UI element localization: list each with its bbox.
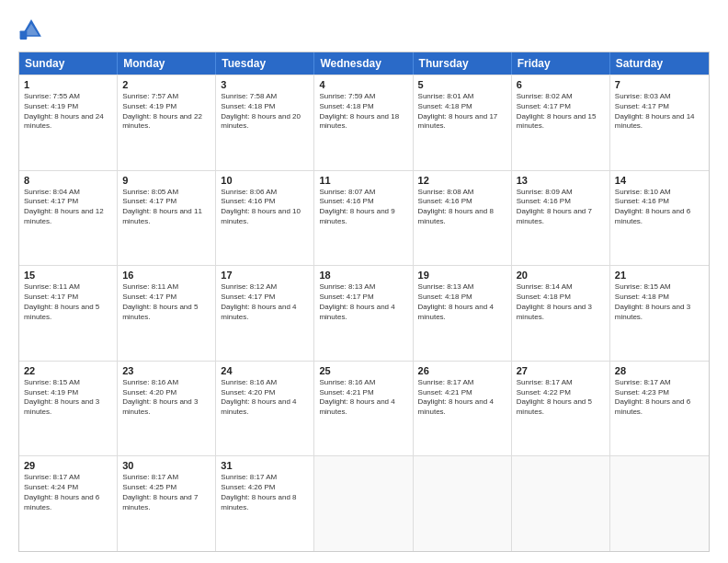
sunrise-label: Sunrise: 8:11 AM [122, 282, 178, 291]
day-number: 27 [517, 365, 605, 376]
sunset-label: Sunset: 4:22 PM [517, 388, 571, 396]
daylight-label: Daylight: 8 hours and 4 minutes. [319, 397, 394, 416]
cell-info: Sunrise: 8:17 AM Sunset: 4:22 PM Dayligh… [517, 378, 605, 418]
day-number: 3 [221, 79, 309, 90]
day-cell-9: 9 Sunrise: 8:05 AM Sunset: 4:17 PM Dayli… [118, 171, 216, 266]
calendar-header: SundayMondayTuesdayWednesdayThursdayFrid… [19, 52, 709, 75]
cell-info: Sunrise: 8:17 AM Sunset: 4:24 PM Dayligh… [24, 473, 112, 512]
day-number: 13 [517, 175, 605, 186]
day-number: 7 [615, 79, 704, 90]
day-cell-11: 11 Sunrise: 8:07 AM Sunset: 4:16 PM Dayl… [314, 171, 413, 266]
sunrise-label: Sunrise: 8:07 AM [319, 188, 375, 196]
daylight-label: Daylight: 8 hours and 8 minutes. [418, 207, 494, 225]
sunset-label: Sunset: 4:19 PM [24, 102, 78, 110]
day-number: 21 [615, 270, 704, 281]
day-number: 15 [24, 270, 112, 281]
day-number: 22 [24, 365, 112, 376]
sunrise-label: Sunrise: 7:55 AM [24, 92, 80, 100]
cell-info: Sunrise: 8:02 AM Sunset: 4:17 PM Dayligh… [517, 92, 605, 132]
day-number: 28 [615, 365, 704, 376]
daylight-label: Daylight: 8 hours and 12 minutes. [24, 207, 104, 225]
day-cell-19: 19 Sunrise: 8:13 AM Sunset: 4:18 PM Dayl… [414, 266, 512, 361]
sunset-label: Sunset: 4:23 PM [615, 388, 669, 396]
daylight-label: Daylight: 8 hours and 9 minutes. [319, 207, 394, 225]
empty-cell [610, 456, 709, 551]
day-cell-25: 25 Sunrise: 8:16 AM Sunset: 4:21 PM Dayl… [314, 362, 413, 456]
cell-info: Sunrise: 8:09 AM Sunset: 4:16 PM Dayligh… [517, 188, 605, 227]
day-cell-30: 30 Sunrise: 8:17 AM Sunset: 4:25 PM Dayl… [118, 456, 216, 551]
day-number: 1 [24, 79, 112, 90]
day-of-week-sunday: Sunday [19, 52, 118, 75]
cell-info: Sunrise: 8:06 AM Sunset: 4:16 PM Dayligh… [221, 188, 309, 227]
day-number: 8 [24, 175, 112, 186]
sunrise-label: Sunrise: 8:12 AM [221, 282, 277, 291]
logo-icon [18, 17, 44, 42]
cell-info: Sunrise: 7:55 AM Sunset: 4:19 PM Dayligh… [24, 92, 112, 132]
header [18, 17, 710, 42]
sunset-label: Sunset: 4:17 PM [221, 293, 275, 301]
sunset-label: Sunset: 4:18 PM [418, 102, 472, 110]
daylight-label: Daylight: 8 hours and 7 minutes. [122, 493, 198, 511]
sunset-label: Sunset: 4:18 PM [319, 102, 373, 110]
day-cell-16: 16 Sunrise: 8:11 AM Sunset: 4:17 PM Dayl… [118, 266, 216, 361]
daylight-label: Daylight: 8 hours and 7 minutes. [517, 207, 592, 225]
sunset-label: Sunset: 4:26 PM [221, 483, 275, 491]
cell-info: Sunrise: 7:58 AM Sunset: 4:18 PM Dayligh… [221, 92, 309, 132]
day-number: 5 [418, 79, 506, 90]
sunrise-label: Sunrise: 7:59 AM [319, 92, 375, 100]
sunrise-label: Sunrise: 8:03 AM [615, 92, 671, 100]
day-of-week-friday: Friday [512, 52, 610, 75]
cell-info: Sunrise: 8:16 AM Sunset: 4:20 PM Dayligh… [221, 378, 309, 418]
calendar-row-5: 29 Sunrise: 8:17 AM Sunset: 4:24 PM Dayl… [19, 455, 709, 551]
day-number: 12 [418, 175, 506, 186]
daylight-label: Daylight: 8 hours and 14 minutes. [615, 112, 695, 131]
cell-info: Sunrise: 8:11 AM Sunset: 4:17 PM Dayligh… [122, 282, 210, 322]
cell-info: Sunrise: 8:01 AM Sunset: 4:18 PM Dayligh… [418, 92, 506, 132]
sunset-label: Sunset: 4:17 PM [24, 197, 78, 205]
sunrise-label: Sunrise: 8:11 AM [24, 282, 80, 291]
day-number: 18 [319, 270, 407, 281]
sunrise-label: Sunrise: 8:04 AM [24, 188, 80, 196]
empty-cell [512, 456, 610, 551]
sunrise-label: Sunrise: 8:09 AM [517, 188, 573, 196]
day-number: 9 [122, 175, 210, 186]
day-number: 2 [122, 79, 210, 90]
day-cell-22: 22 Sunrise: 8:15 AM Sunset: 4:19 PM Dayl… [19, 362, 118, 456]
cell-info: Sunrise: 8:15 AM Sunset: 4:18 PM Dayligh… [615, 282, 704, 322]
logo [18, 17, 48, 42]
daylight-label: Daylight: 8 hours and 20 minutes. [221, 112, 301, 131]
daylight-label: Daylight: 8 hours and 4 minutes. [319, 303, 394, 321]
day-number: 30 [122, 460, 210, 471]
day-number: 23 [122, 365, 210, 376]
daylight-label: Daylight: 8 hours and 3 minutes. [24, 397, 99, 416]
sunrise-label: Sunrise: 8:17 AM [517, 378, 573, 386]
day-cell-12: 12 Sunrise: 8:08 AM Sunset: 4:16 PM Dayl… [414, 171, 512, 266]
cell-info: Sunrise: 8:17 AM Sunset: 4:23 PM Dayligh… [615, 378, 704, 418]
sunset-label: Sunset: 4:17 PM [319, 293, 373, 301]
day-number: 10 [221, 175, 309, 186]
cell-info: Sunrise: 8:13 AM Sunset: 4:18 PM Dayligh… [418, 282, 506, 322]
daylight-label: Daylight: 8 hours and 24 minutes. [24, 112, 104, 131]
calendar: SundayMondayTuesdayWednesdayThursdayFrid… [18, 52, 710, 552]
day-number: 25 [319, 365, 407, 376]
day-of-week-thursday: Thursday [414, 52, 512, 75]
day-number: 6 [517, 79, 605, 90]
day-cell-3: 3 Sunrise: 7:58 AM Sunset: 4:18 PM Dayli… [216, 75, 314, 170]
day-cell-17: 17 Sunrise: 8:12 AM Sunset: 4:17 PM Dayl… [216, 266, 314, 361]
daylight-label: Daylight: 8 hours and 8 minutes. [221, 493, 296, 511]
day-cell-20: 20 Sunrise: 8:14 AM Sunset: 4:18 PM Dayl… [512, 266, 610, 361]
day-number: 26 [418, 365, 506, 376]
day-cell-7: 7 Sunrise: 8:03 AM Sunset: 4:17 PM Dayli… [610, 75, 709, 170]
day-number: 31 [221, 460, 309, 471]
sunset-label: Sunset: 4:18 PM [517, 293, 571, 301]
sunrise-label: Sunrise: 8:06 AM [221, 188, 277, 196]
sunset-label: Sunset: 4:17 PM [122, 197, 176, 205]
day-cell-31: 31 Sunrise: 8:17 AM Sunset: 4:26 PM Dayl… [216, 456, 314, 551]
sunset-label: Sunset: 4:16 PM [615, 197, 669, 205]
daylight-label: Daylight: 8 hours and 3 minutes. [517, 303, 592, 321]
day-cell-23: 23 Sunrise: 8:16 AM Sunset: 4:20 PM Dayl… [118, 362, 216, 456]
daylight-label: Daylight: 8 hours and 4 minutes. [221, 303, 296, 321]
daylight-label: Daylight: 8 hours and 3 minutes. [615, 303, 690, 321]
calendar-row-1: 1 Sunrise: 7:55 AM Sunset: 4:19 PM Dayli… [19, 75, 709, 170]
sunset-label: Sunset: 4:24 PM [24, 483, 78, 491]
